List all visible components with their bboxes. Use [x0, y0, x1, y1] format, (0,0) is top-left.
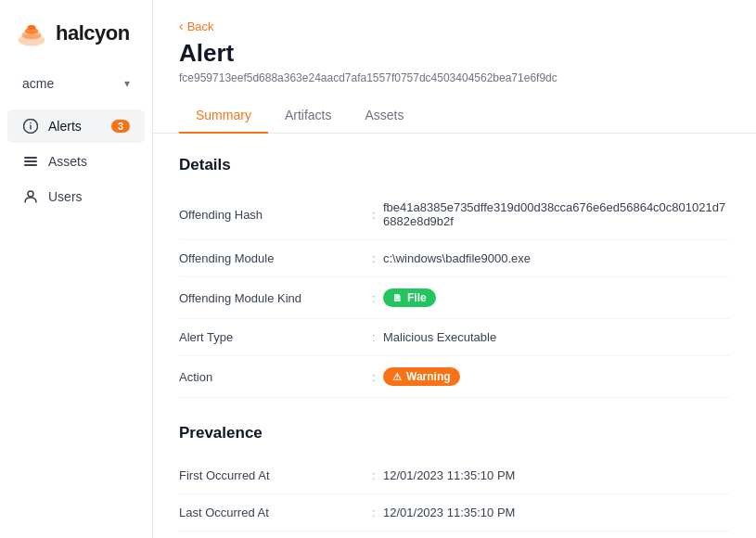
table-row: TAsset : 1 [179, 532, 730, 539]
table-row: Offending Module Kind : 🗎 File [179, 277, 730, 319]
sidebar-item-alerts-label: Alerts [48, 119, 82, 134]
alerts-badge: 3 [111, 120, 130, 133]
sidebar-item-users-label: Users [48, 189, 83, 204]
svg-point-3 [28, 25, 36, 30]
offending-hash-value: fbe41a8385e735dffe319d00d38cca676e6ed568… [383, 189, 730, 240]
table-row: Alert Type : Malicious Executable [179, 319, 730, 356]
warning-badge: ⚠ Warning [383, 367, 460, 386]
table-row: First Occurred At : 12/01/2023 11:35:10 … [179, 457, 730, 494]
sidebar-item-assets-label: Assets [48, 154, 87, 169]
prevalence-section-title: Prevalence [179, 424, 730, 442]
sidebar-item-assets[interactable]: Assets [7, 145, 145, 178]
main-content: ‹ Back Alert fce959713eef5d688a363e24aac… [153, 0, 756, 538]
back-arrow-icon: ‹ [179, 19, 184, 33]
first-occurred-label: First Occurred At [179, 457, 365, 494]
page-title: Alert [179, 39, 730, 68]
tab-artifacts[interactable]: Artifacts [268, 98, 349, 134]
tab-summary[interactable]: Summary [179, 98, 268, 134]
chevron-down-icon: ▾ [124, 77, 130, 90]
tab-bar: Summary Artifacts Assets [179, 97, 730, 133]
offending-module-kind-value: 🗎 File [383, 277, 730, 319]
action-value: ⚠ Warning [383, 356, 730, 398]
logo-text: halcyon [56, 21, 130, 45]
warning-icon: ⚠ [392, 371, 402, 383]
svg-rect-7 [24, 157, 37, 159]
tab-assets[interactable]: Assets [348, 98, 420, 134]
last-occurred-label: Last Occurred At [179, 494, 365, 532]
offending-hash-label: Offending Hash [179, 189, 365, 240]
page-header: ‹ Back Alert fce959713eef5d688a363e24aac… [153, 0, 756, 134]
alert-type-value: Malicious Executable [383, 319, 730, 356]
user-icon [22, 188, 39, 205]
alert-id: fce959713eef5d688a363e24aacd7afa1557f075… [179, 71, 730, 84]
content-area: Details Offending Hash : fbe41a8385e735d… [153, 134, 756, 538]
sidebar-item-alerts[interactable]: Alerts 3 [7, 109, 145, 143]
svg-rect-9 [24, 164, 37, 166]
action-label: Action [179, 356, 365, 398]
logo: halcyon [0, 0, 152, 65]
tasset-value: 1 [383, 532, 730, 539]
prevalence-table: First Occurred At : 12/01/2023 11:35:10 … [179, 457, 730, 538]
offending-module-value: c:\windows\badfile9000.exe [383, 240, 730, 277]
details-table: Offending Hash : fbe41a8385e735dffe319d0… [179, 189, 730, 398]
svg-point-6 [30, 122, 32, 124]
table-row: Action : ⚠ Warning [179, 356, 730, 398]
org-selector[interactable]: acme ▾ [7, 69, 145, 98]
alert-type-label: Alert Type [179, 319, 365, 356]
last-occurred-value: 12/01/2023 11:35:10 PM [383, 494, 730, 532]
table-row: Offending Module : c:\windows\badfile900… [179, 240, 730, 277]
sidebar-nav: Alerts 3 Assets Users [0, 102, 152, 221]
offending-module-label: Offending Module [179, 240, 365, 277]
tasset-label: TAsset [179, 532, 365, 539]
sidebar: halcyon acme ▾ Alerts 3 [0, 0, 153, 538]
svg-rect-8 [24, 160, 37, 162]
details-section-title: Details [179, 156, 730, 174]
table-row: Offending Hash : fbe41a8385e735dffe319d0… [179, 189, 730, 240]
svg-point-10 [28, 191, 33, 197]
back-label: Back [187, 19, 214, 33]
first-occurred-value: 12/01/2023 11:35:10 PM [383, 457, 730, 494]
halcyon-logo-icon [15, 17, 48, 50]
info-icon [22, 118, 39, 134]
org-label: acme [22, 76, 54, 91]
assets-icon [22, 153, 39, 170]
sidebar-item-users[interactable]: Users [7, 180, 145, 213]
back-link[interactable]: ‹ Back [179, 19, 730, 33]
table-row: Last Occurred At : 12/01/2023 11:35:10 P… [179, 494, 730, 532]
svg-rect-5 [30, 125, 32, 130]
offending-module-kind-label: Offending Module Kind [179, 277, 365, 319]
file-icon: 🗎 [392, 292, 403, 303]
file-badge: 🗎 File [383, 288, 436, 307]
